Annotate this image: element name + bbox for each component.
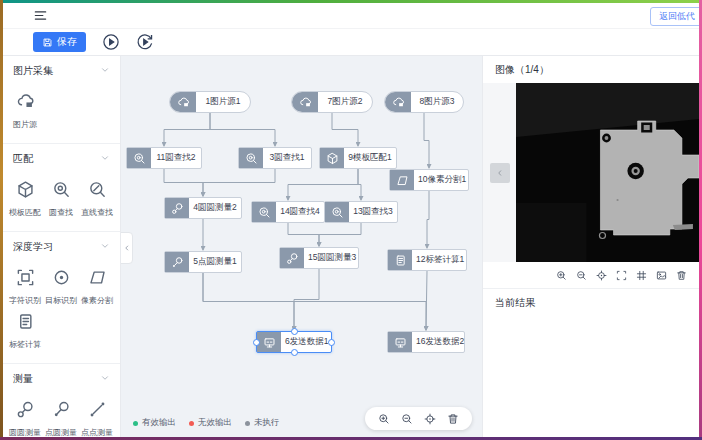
sidebar-tool-label-calc[interactable]: 标签计算 bbox=[7, 312, 43, 350]
trash-button[interactable] bbox=[676, 270, 687, 281]
sidebar-tool-label: 字符识别 bbox=[9, 295, 41, 306]
legend-dot bbox=[189, 421, 194, 426]
sidebar-collapse-tab[interactable] bbox=[121, 232, 133, 264]
image-toolbar bbox=[483, 262, 699, 289]
ocr-icon bbox=[16, 268, 35, 291]
cube-icon bbox=[16, 180, 35, 203]
segment-icon bbox=[88, 268, 107, 291]
flow-node-3[interactable]: 3圆查找1 bbox=[238, 147, 312, 169]
canvas-legend: 有效输出无效输出未执行 bbox=[133, 417, 280, 429]
zoom-in-button[interactable] bbox=[556, 270, 567, 281]
sidebar-tool-measure-pp[interactable]: 点点测量 bbox=[79, 400, 115, 437]
grid-button[interactable] bbox=[636, 270, 647, 281]
flow-node-label: 7图片源2 bbox=[318, 96, 372, 108]
zoom-in-button[interactable] bbox=[378, 413, 390, 425]
measure-cc-icon bbox=[165, 198, 189, 218]
circle-find-icon bbox=[127, 148, 151, 168]
save-button[interactable]: 保存 bbox=[33, 32, 86, 52]
node-handle-left[interactable] bbox=[253, 339, 260, 346]
node-handle-top[interactable] bbox=[291, 328, 298, 335]
run-continuous-button[interactable] bbox=[135, 33, 154, 52]
chevron-down-icon[interactable] bbox=[100, 153, 110, 165]
flow-node-15[interactable]: 15圆圆测量3 bbox=[279, 247, 359, 269]
sidebar-tool-label: 模板匹配 bbox=[9, 207, 41, 218]
zoom-out-button[interactable] bbox=[401, 413, 413, 425]
chevron-down-icon[interactable] bbox=[100, 373, 110, 385]
flow-node-label: 16发送数据2 bbox=[412, 336, 468, 348]
sidebar-tool-measure-pc[interactable]: 点圆测量 bbox=[43, 400, 79, 437]
sidebar-section-title: 测量 bbox=[13, 372, 33, 386]
zoom-out-button[interactable] bbox=[576, 270, 587, 281]
chevron-left-icon bbox=[496, 168, 504, 178]
legend-label: 有效输出 bbox=[142, 417, 176, 429]
locate-button[interactable] bbox=[424, 413, 436, 425]
cloud-image-icon bbox=[16, 92, 35, 115]
flow-node-4[interactable]: 4圆圆测量2 bbox=[164, 197, 242, 219]
run-button[interactable] bbox=[101, 33, 120, 52]
flow-node-11[interactable]: 11圆查找2 bbox=[126, 147, 202, 169]
sidebar-tool-target[interactable]: 目标识别 bbox=[43, 268, 79, 306]
node-handle-bottom[interactable] bbox=[291, 349, 298, 356]
circle-find-icon bbox=[52, 180, 71, 203]
measure-cc-icon bbox=[280, 248, 304, 268]
trash-button[interactable] bbox=[447, 413, 459, 425]
sidebar-tool-circle-find[interactable]: 圆查找 bbox=[43, 180, 79, 218]
sidebar-section: 深度学习字符识别目标识别像素分割标签计算 bbox=[3, 232, 120, 364]
legend-item: 无效输出 bbox=[189, 417, 232, 429]
sidebar-tool-label: 圆查找 bbox=[49, 207, 73, 218]
sidebar-tool-cloud-image[interactable]: 图片源 bbox=[7, 92, 43, 130]
flow-node-8[interactable]: 8图片源3 bbox=[384, 91, 464, 113]
sidebar-tool-cube[interactable]: 模板匹配 bbox=[7, 180, 43, 218]
cloud-image-icon bbox=[170, 92, 196, 112]
label-calc-icon bbox=[388, 250, 412, 270]
flow-node-12[interactable]: 12标签计算1 bbox=[387, 249, 467, 271]
sidebar-tool-line-find[interactable]: 直线查找 bbox=[79, 180, 115, 218]
sidebar-tool-label: 标签计算 bbox=[9, 339, 41, 350]
flow-node-5[interactable]: 5点圆测量1 bbox=[164, 251, 242, 273]
circle-find-icon bbox=[325, 202, 349, 222]
save-button-label: 保存 bbox=[57, 35, 77, 49]
main-area: 图片采集图片源匹配模板匹配圆查找直线查找深度学习字符识别目标识别像素分割标签计算… bbox=[3, 56, 699, 437]
sidebar-section: 匹配模板匹配圆查找直线查找 bbox=[3, 144, 120, 232]
sidebar-section: 测量圆圆测量点圆测量点点测量 bbox=[3, 364, 120, 437]
chevron-down-icon[interactable] bbox=[100, 241, 110, 253]
flow-node-7[interactable]: 7图片源2 bbox=[291, 91, 373, 113]
sidebar-tool-measure-cc[interactable]: 圆圆测量 bbox=[7, 400, 43, 437]
back-to-lowcode-button[interactable]: 返回低代 bbox=[650, 7, 702, 26]
flow-node-13[interactable]: 13圆查找3 bbox=[324, 201, 398, 223]
sidebar-tool-label: 目标识别 bbox=[45, 295, 77, 306]
measure-pc-icon bbox=[165, 252, 189, 272]
prev-image-button[interactable] bbox=[490, 163, 510, 183]
circle-find-icon bbox=[239, 148, 263, 168]
flow-node-10[interactable]: 10像素分割1 bbox=[389, 169, 469, 191]
inspection-image[interactable] bbox=[516, 83, 699, 262]
flow-node-label: 1图片源1 bbox=[196, 96, 250, 108]
results-empty-area bbox=[483, 316, 699, 436]
flow-node-label: 13圆查找3 bbox=[349, 206, 397, 218]
image-button[interactable] bbox=[656, 270, 667, 281]
fullscreen-button[interactable] bbox=[616, 270, 627, 281]
flow-canvas[interactable]: 1图片源17图片源28图片源311圆查找23圆查找19模板匹配110像素分割14… bbox=[121, 56, 482, 437]
sidebar-tool-ocr[interactable]: 字符识别 bbox=[7, 268, 43, 306]
chevron-down-icon[interactable] bbox=[100, 65, 110, 77]
node-handle-right[interactable] bbox=[328, 339, 335, 346]
locate-button[interactable] bbox=[596, 270, 607, 281]
flow-node-label: 5点圆测量1 bbox=[189, 256, 241, 268]
sidebar-section-title: 深度学习 bbox=[13, 240, 53, 254]
line-find-icon bbox=[88, 180, 107, 203]
cloud-image-icon bbox=[385, 92, 411, 112]
flow-node-1[interactable]: 1图片源1 bbox=[169, 91, 251, 113]
legend-label: 未执行 bbox=[254, 417, 280, 429]
flow-node-9[interactable]: 9模板匹配1 bbox=[319, 147, 397, 169]
image-panel-title: 图像（1/4） bbox=[483, 56, 699, 83]
legend-label: 无效输出 bbox=[198, 417, 232, 429]
flow-node-16[interactable]: 16发送数据2 bbox=[387, 331, 465, 353]
legend-dot bbox=[133, 421, 138, 426]
menu-icon[interactable] bbox=[33, 8, 48, 23]
cloud-image-icon bbox=[292, 92, 318, 112]
sidebar-tool-label: 圆圆测量 bbox=[9, 427, 41, 437]
flow-node-14[interactable]: 14圆查找4 bbox=[251, 201, 325, 223]
flow-node-6[interactable]: 6发送数据1 bbox=[256, 331, 332, 353]
sidebar-tool-segment[interactable]: 像素分割 bbox=[79, 268, 115, 306]
inspector-panel: 图像（1/4） bbox=[482, 56, 699, 437]
